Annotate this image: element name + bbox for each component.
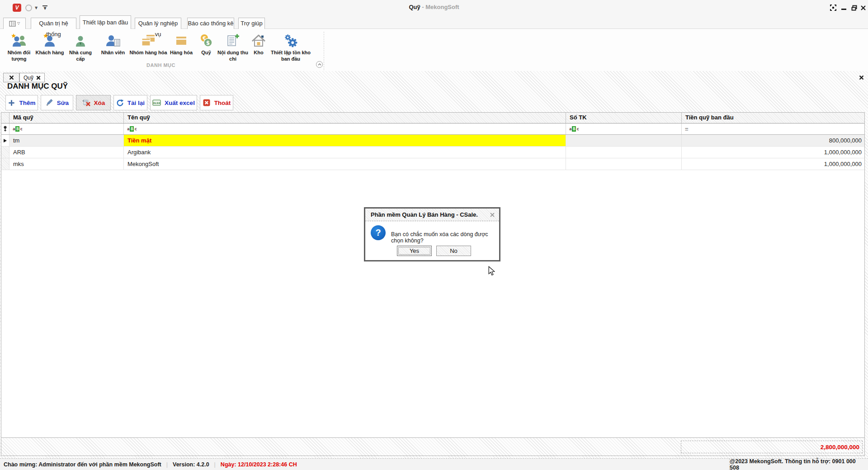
- application-window: V ▼ ▼ Quỹ - MekongSoft ▽ Quản trị hệ thố…: [0, 0, 868, 470]
- cell-tien-quy[interactable]: 1,000,000,000: [682, 147, 864, 158]
- text-filter-icon: aBc: [569, 126, 579, 132]
- add-button[interactable]: Thêm: [5, 95, 38, 110]
- selected-row-arrow-icon: [1, 135, 9, 146]
- summary-total-value: 2,800,000,000: [681, 441, 863, 453]
- restore-icon[interactable]: [850, 4, 858, 11]
- ribbon-item-nha-cung-cap[interactable]: Nhà cung cấp: [64, 30, 97, 62]
- close-icon: [9, 75, 14, 80]
- ribbon-item-noi-dung-thu-chi[interactable]: Nội dung thu chi: [217, 30, 249, 62]
- employee-icon: [105, 31, 121, 48]
- yes-button[interactable]: Yes: [397, 246, 432, 256]
- initial-stock-gear-icon: [283, 31, 298, 48]
- svg-text:XLSX: XLSX: [153, 102, 160, 104]
- question-icon: ?: [371, 225, 386, 240]
- tab-tro-giup[interactable]: Trợ giúp: [238, 18, 265, 29]
- dialog-title-bar: Phần mềm Quản Lý Bán Hàng - CSale.: [365, 209, 499, 221]
- tab-quan-ly-nghiep-vu[interactable]: Quản lý nghiệp vụ: [135, 18, 181, 29]
- fund-data-grid: Mã quỹ Tên quỹ Số TK Tiền quỹ ban đầu aB…: [1, 112, 865, 456]
- filter-row-pin-icon: [1, 123, 9, 134]
- column-header-so-tk[interactable]: Số TK: [566, 113, 682, 123]
- delete-button[interactable]: Xóa: [76, 95, 111, 110]
- equals-filter-icon: =: [685, 126, 689, 133]
- income-expense-icon: [226, 31, 240, 48]
- header-indicator-cell: [1, 113, 9, 123]
- tab-quan-tri-he-thong[interactable]: Quản trị hệ thống: [31, 18, 76, 29]
- fullscreen-icon[interactable]: [829, 4, 837, 11]
- date-text: Ngày: 12/10/2023 2:28:46 CH: [221, 461, 297, 468]
- tab-thiet-lap-ban-dau[interactable]: Thiết lập ban đầu: [80, 15, 131, 29]
- dialog-close-icon[interactable]: [490, 212, 495, 218]
- close-tab-icon[interactable]: [36, 76, 41, 80]
- filter-input-so-tk[interactable]: aBc: [566, 123, 682, 134]
- refresh-icon: [116, 99, 124, 107]
- cell-ten-quy-highlighted[interactable]: Tiền mặt: [124, 135, 566, 146]
- dialog-message: Bạn có chắc muốn xóa các dòng được chọn …: [391, 231, 499, 244]
- confirm-delete-dialog: Phần mềm Quản Lý Bán Hàng - CSale. ? Bạn…: [364, 207, 500, 261]
- table-row[interactable]: ARB Argibank 1,000,000,000: [1, 147, 864, 158]
- cell-ma-quy[interactable]: mks: [9, 158, 124, 170]
- cell-ten-quy[interactable]: Argibank: [124, 147, 566, 158]
- reload-button[interactable]: Tải lại: [113, 95, 147, 110]
- edit-button[interactable]: Sửa: [41, 95, 73, 110]
- support-text: @2023 MekongSoft. Thông tin hỗ trợ: 0901…: [730, 458, 865, 470]
- version-text: Version: 4.2.0: [173, 461, 209, 468]
- export-excel-button[interactable]: XLSX Xuất excel: [150, 95, 197, 110]
- cell-ma-quy[interactable]: ARB: [9, 147, 124, 158]
- window-title: Quỹ - MekongSoft: [0, 4, 868, 10]
- dialog-title: Phần mềm Quản Lý Bán Hàng - CSale.: [371, 211, 478, 218]
- cell-ten-quy[interactable]: MekongSoft: [124, 158, 566, 170]
- column-header-ten-quy[interactable]: Tên quỹ: [124, 113, 566, 123]
- ribbon-item-kho[interactable]: Kho: [249, 30, 269, 62]
- minimize-icon[interactable]: [840, 6, 848, 13]
- filter-input-ten-quy[interactable]: aBc: [124, 123, 566, 134]
- cell-ma-quy[interactable]: tm: [9, 135, 124, 146]
- page-title: DANH MỤC QUỸ: [7, 82, 68, 91]
- window-list-icon: [9, 21, 16, 27]
- document-tab-quy[interactable]: Quỹ: [19, 73, 45, 82]
- tab-bao-cao-thong-ke[interactable]: Báo cáo thống kê: [187, 18, 234, 29]
- document-tab-label: Quỹ: [24, 75, 33, 81]
- column-header-tien-quy-ban-dau[interactable]: Tiền quỹ ban đầu: [682, 113, 864, 123]
- people-group-icon: [11, 31, 27, 48]
- cell-so-tk[interactable]: [566, 147, 682, 158]
- warehouse-icon: [251, 31, 266, 48]
- ribbon-menu-tab[interactable]: ▽: [3, 18, 26, 29]
- grid-filter-row: aBc aBc aBc =: [1, 123, 864, 135]
- ribbon-tab-bar: ▽ Quản trị hệ thống Thiết lập ban đầu Qu…: [0, 15, 868, 29]
- filter-input-tien-quy[interactable]: =: [682, 123, 864, 134]
- ribbon-item-quy[interactable]: € $ Quỹ: [195, 30, 217, 62]
- column-header-ma-quy[interactable]: Mã quỹ: [9, 113, 124, 123]
- row-indicator-cell: [1, 147, 9, 158]
- grid-summary-footer: 2,800,000,000: [1, 437, 864, 456]
- product-icon: [174, 31, 189, 48]
- fund-coins-icon: € $: [199, 31, 213, 48]
- dialog-body: ? Bạn có chắc muốn xóa các dòng được chọ…: [365, 221, 499, 260]
- cell-so-tk[interactable]: [566, 158, 682, 170]
- ribbon-collapse-icon[interactable]: [316, 61, 323, 68]
- close-document-icon[interactable]: [858, 74, 864, 81]
- cell-so-tk[interactable]: [566, 135, 682, 146]
- close-all-tabs-button[interactable]: [3, 73, 19, 82]
- ribbon-item-nhom-hang-hoa[interactable]: Nhóm hàng hóa: [129, 30, 167, 62]
- exit-button[interactable]: Thoát: [200, 95, 233, 110]
- add-plus-icon: [8, 99, 15, 107]
- ribbon-item-thiet-lap-ton-kho[interactable]: Thiết lập tồn kho ban đầu: [269, 30, 313, 62]
- close-window-icon[interactable]: [859, 4, 867, 11]
- row-indicator-cell: [1, 158, 9, 170]
- ribbon-item-hang-hoa[interactable]: Hàng hóa: [167, 30, 195, 62]
- menu-caret-icon: ▽: [17, 18, 20, 29]
- product-group-icon: [141, 31, 156, 48]
- delete-table-icon: [82, 99, 90, 107]
- table-row[interactable]: mks MekongSoft 1,000,000,000: [1, 158, 864, 170]
- no-button[interactable]: No: [436, 246, 471, 256]
- filter-input-ma-quy[interactable]: aBc: [9, 123, 124, 134]
- cell-tien-quy[interactable]: 1,000,000,000: [682, 158, 864, 170]
- ribbon-item-nhan-vien[interactable]: Nhân viên: [97, 30, 129, 62]
- cell-tien-quy[interactable]: 800,000,000: [682, 135, 864, 146]
- ribbon-group-label: DANH MỤC: [0, 62, 322, 68]
- exit-icon: [203, 99, 211, 107]
- table-row[interactable]: tm Tiền mặt 800,000,000: [1, 135, 864, 147]
- text-filter-icon: aBc: [13, 126, 23, 132]
- ribbon-item-nhom-doi-tuong[interactable]: Nhóm đối tượng: [3, 30, 35, 62]
- mouse-cursor: [487, 266, 495, 278]
